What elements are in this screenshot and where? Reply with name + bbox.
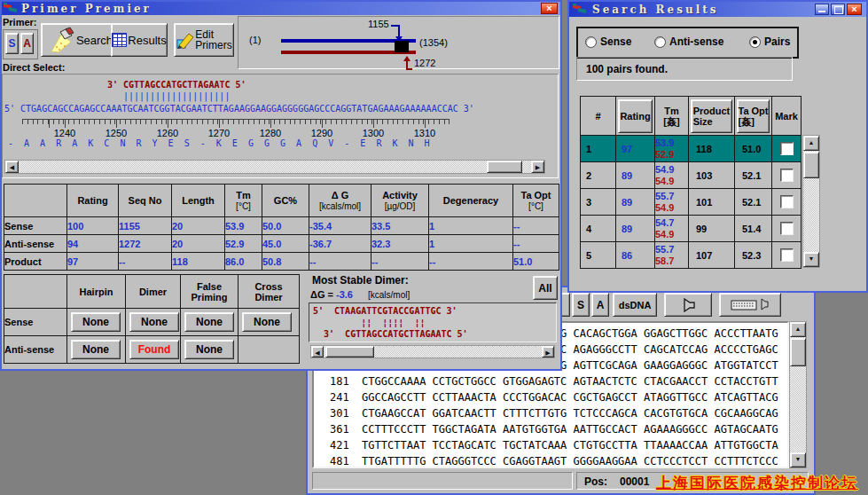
maximize-glyph — [834, 6, 843, 14]
result-row-5[interactable]: 5 86 55.758.7 107 52.3 — [581, 242, 802, 269]
app-logo-icon — [573, 4, 587, 15]
results-button[interactable]: Results — [111, 23, 168, 57]
scroll-down-arrow[interactable]: ▼ — [803, 252, 819, 267]
anti-strand-button[interactable]: A — [591, 293, 609, 317]
scroll-up-arrow[interactable]: ▲ — [790, 322, 806, 337]
dimer-line1: 5' CTAAGATTCGTACCGATTGC 3' — [313, 305, 556, 317]
close-button[interactable]: × — [541, 3, 558, 14]
minimize-glyph — [818, 11, 825, 12]
desktop: S A dsDNA G CACAGC — [0, 0, 868, 495]
all-button[interactable]: All — [533, 276, 558, 300]
sense-position-label: 1155 — [368, 19, 389, 29]
stats-header: GC% — [262, 185, 309, 217]
result-row-2[interactable]: 2 89 54.954.9 103 52.1 — [581, 162, 802, 189]
dimer-title: Most Stable Dimer: — [312, 274, 409, 287]
pos-value: 00001 — [620, 475, 649, 488]
radio-anti-sense-label: Anti-sense — [669, 35, 723, 48]
edit-primers-button[interactable]: Edit Primers — [174, 23, 234, 57]
direct-select-label: Direct Select: — [3, 62, 65, 73]
maximize-button[interactable] — [831, 4, 845, 15]
speaker-icon — [680, 298, 696, 312]
scroll-left-arrow[interactable]: ◀ — [5, 161, 19, 173]
amino-acid-line: - A A R A K C N R Y E S - K E G G G A Q … — [8, 138, 430, 148]
sequence-vscrollbar[interactable]: ▲ ▼ — [789, 321, 807, 468]
mark-checkbox[interactable] — [780, 222, 794, 235]
radio-anti-sense[interactable] — [654, 36, 666, 48]
ruler-major-ticks — [22, 120, 450, 128]
minimize-button[interactable] — [815, 4, 829, 15]
sequence-line: 361 CCTTTCCCTT TGGCTAGATA AATGTGGTGA AAT… — [330, 421, 787, 437]
delta-g-line: ΔG = -3.6 [kcals/mol] — [310, 289, 410, 300]
pencil-icon — [176, 30, 195, 50]
rating-sort-button[interactable]: Rating — [618, 99, 653, 133]
result-row-3[interactable]: 3 89 55.754.9 101 52.1 — [581, 189, 802, 216]
col-header-product-size: ProductSize — [689, 97, 735, 136]
sequence-line: 421 TGTTCTTAAT TCCTAGCATC TGCTATCAAA CTG… — [330, 437, 787, 453]
scroll-up-arrow[interactable]: ▲ — [803, 136, 819, 151]
radio-pairs[interactable] — [749, 36, 761, 48]
mark-checkbox[interactable] — [780, 248, 794, 262]
dimer-alignment-box: 5' CTAAGATTCGTACCGATTGC 3' ¦¦ ¦¦¦¦ ¦¦ 3'… — [309, 302, 557, 342]
structure-header: Hairpin — [67, 275, 126, 309]
product-size-sort-button[interactable]: ProductSize — [691, 99, 732, 133]
structure-table: Hairpin Dimer FalsePriming CrossDimer Se… — [4, 274, 300, 364]
anti-arrow-foot — [406, 68, 412, 70]
template-sequence-line: 5' CTGAGCAGCCAGAGCCAAATGCAATCGGTACGAATCT… — [4, 104, 474, 114]
result-row-4[interactable]: 4 89 54.754.9 99 51.4 — [581, 216, 802, 242]
structure-header: Dimer — [126, 275, 181, 309]
sense-primer-button[interactable]: S — [5, 33, 19, 54]
stats-header: Rating — [67, 185, 119, 217]
scroll-right-arrow[interactable]: ▶ — [531, 161, 544, 173]
direct-select-hscrollbar[interactable]: ◀ ▶ — [4, 160, 545, 174]
found-count-box: 100 pairs found. — [576, 57, 793, 81]
anti-dimer-button[interactable]: Found — [129, 340, 179, 359]
mark-checkbox[interactable] — [780, 195, 794, 208]
mark-checkbox[interactable] — [780, 169, 794, 182]
keyboard-speaker-icon — [731, 298, 770, 312]
scroll-left-arrow[interactable]: ◀ — [311, 346, 324, 358]
match-marks-line: |||||||||||||||||||| — [123, 91, 230, 101]
title-bar[interactable]: Primer Premier × — [2, 2, 560, 15]
direct-select-panel: 3' CGTTAGCCATGCTTAGAATC 5' |||||||||||||… — [2, 74, 559, 178]
sense-arrow-stem — [398, 25, 400, 36]
title-bar[interactable]: Search Results × — [569, 2, 866, 17]
scroll-right-arrow[interactable]: ▶ — [542, 346, 554, 358]
sequence-line: 181 CTGGCCAAAA CCTGCTGGCC GTGGAGAGTC AGT… — [330, 373, 787, 389]
mark-checkbox[interactable] — [780, 142, 794, 155]
search-button[interactable]: Search — [41, 23, 121, 57]
structure-row-sense: Sense None None None None — [4, 309, 300, 336]
sequence-line: 301 CTGAAGCCAT GGATCAACTT CTTTCTTGTG TCT… — [330, 405, 787, 421]
ruler-ticks — [22, 119, 450, 128]
anti-hairpin-button[interactable]: None — [71, 340, 121, 359]
scroll-thumb[interactable] — [803, 152, 819, 178]
sense-false-priming-button[interactable]: None — [184, 312, 234, 332]
sense-dimer-button[interactable]: None — [129, 312, 179, 332]
anti-false-priming-button[interactable]: None — [184, 340, 234, 359]
cross-dimer-button[interactable]: None — [242, 312, 292, 332]
sequence-line: 241 GGCCAGCCTT CCTTAAACTA CCCTGGACAC CGC… — [330, 389, 787, 405]
antisense-primer-line: 3' CGTTAGCCATGCTTAGAATC 5' — [107, 80, 246, 90]
dimer-hscrollbar[interactable]: ◀ ▶ — [310, 345, 555, 358]
result-row-1[interactable]: 1 97 53.952.9 118 51.0 — [581, 136, 802, 162]
scroll-down-arrow[interactable]: ▼ — [790, 452, 806, 468]
structure-header: FalsePriming — [181, 275, 239, 309]
keyboard-speaker-button[interactable] — [719, 293, 781, 317]
results-vscrollbar[interactable]: ▲ ▼ — [802, 135, 820, 268]
scroll-thumb[interactable] — [487, 161, 522, 173]
col-header-mark: Mark — [772, 97, 802, 136]
status-panel-left — [312, 472, 573, 490]
scroll-thumb[interactable] — [325, 346, 374, 358]
window-title: Primer Premier — [21, 3, 152, 15]
ta-opt-sort-button[interactable]: Ta Opt[姦] — [737, 99, 770, 133]
sequence-line: 481 TTGATTTTTG CTAGGGTCCC CGAGGTAAGT GGG… — [330, 453, 787, 468]
radio-sense[interactable] — [585, 36, 597, 48]
speaker-button[interactable] — [664, 293, 712, 317]
close-button[interactable]: × — [847, 4, 862, 15]
dsdna-button[interactable]: dsDNA — [613, 293, 657, 317]
product-marker — [395, 41, 409, 52]
scroll-thumb[interactable] — [790, 338, 806, 366]
sense-hairpin-button[interactable]: None — [71, 312, 121, 332]
found-count-text: 100 pairs found. — [586, 63, 668, 75]
sense-strand-button[interactable]: S — [572, 293, 590, 317]
anti-primer-button[interactable]: A — [20, 33, 34, 54]
